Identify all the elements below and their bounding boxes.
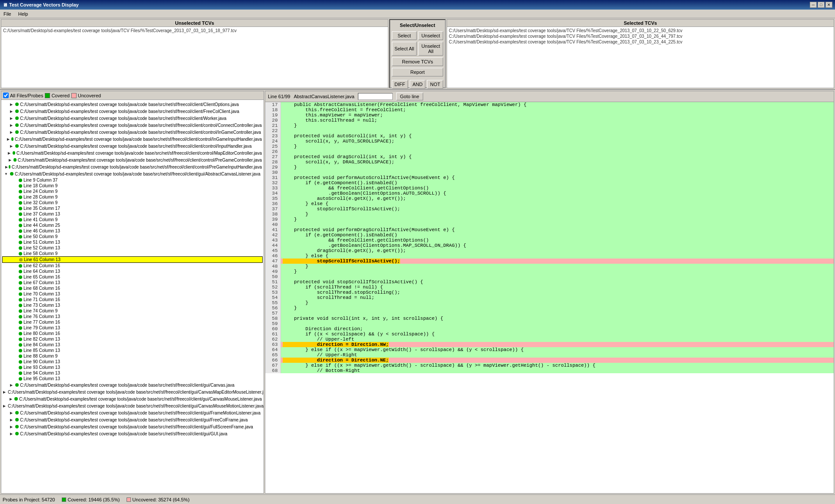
close-button[interactable]: ✕	[825, 2, 832, 8]
tree-item[interactable]: Line 51 Column 13	[2, 239, 263, 245]
tree-item[interactable]: Line 71 Column 16	[2, 297, 263, 302]
and-button[interactable]: AND	[410, 80, 426, 89]
select-all-button[interactable]: Select All	[392, 42, 417, 56]
goto-button[interactable]: Goto line	[396, 93, 423, 100]
tree-item[interactable]: Line 64 Column 13	[2, 269, 263, 274]
collapse-icon[interactable]: ▶	[8, 129, 14, 135]
tree-item[interactable]: Line 62 Column 16	[2, 263, 263, 269]
collapse-icon[interactable]: ▶	[8, 108, 14, 114]
tree-item[interactable]: Line 90 Column 13	[2, 359, 263, 365]
collapse-icon[interactable]: ▶	[8, 122, 14, 128]
not-button[interactable]: NOT	[427, 80, 443, 89]
tree-item[interactable]: ▶C:/Users/matt/Desktop/sd-examples/test …	[2, 115, 263, 122]
expand-icon[interactable]: ▼	[3, 171, 9, 177]
collapse-icon[interactable]: ▶	[8, 424, 14, 430]
tree-item[interactable]: ▶C:/Users/matt/Desktop/sd-examples/test …	[2, 129, 263, 136]
tree-item[interactable]: ▶C:/Users/matt/Desktop/sd-examples/test …	[2, 108, 263, 115]
tree-item[interactable]: Line 80 Column 16	[2, 331, 263, 336]
tree-item[interactable]: Line 61 Column 13	[2, 256, 263, 263]
tree-item[interactable]: Line 77 Column 16	[2, 319, 263, 325]
tree-item[interactable]: Line 52 Column 13	[2, 245, 263, 251]
minimize-button[interactable]: ─	[810, 2, 817, 8]
collapse-icon[interactable]: ▶	[8, 115, 14, 121]
all-files-checkbox[interactable]	[3, 93, 9, 98]
select-button[interactable]: Select	[392, 31, 417, 40]
collapse-icon[interactable]: ▶	[7, 157, 13, 163]
all-files-filter[interactable]: All Files/Probes	[3, 93, 43, 98]
line-content: }	[281, 300, 834, 305]
unselected-item[interactable]: C:/Users/matt/Desktop/sd-examples/test c…	[2, 28, 387, 33]
tree-item[interactable]: ▶C:/Users/matt/Desktop/sd-examples/test …	[2, 402, 263, 409]
selected-item[interactable]: C:/Users/matt/Desktop/sd-examples/test c…	[448, 28, 833, 33]
tree-item[interactable]: Line 73 Column 13	[2, 302, 263, 308]
tree-item[interactable]: ▶C:/Users/matt/Desktop/sd-examples/test …	[2, 395, 263, 402]
tree-item[interactable]: Line 44 Column 25	[2, 222, 263, 228]
tree-item[interactable]: Line 79 Column 13	[2, 325, 263, 331]
maximize-button[interactable]: □	[818, 2, 825, 8]
report-button[interactable]: Report	[392, 68, 443, 76]
unselect-button[interactable]: Unselect	[418, 31, 443, 40]
tree-item[interactable]: ▶C:/Users/matt/Desktop/sd-examples/test …	[2, 416, 263, 423]
collapse-icon[interactable]: ▶	[8, 382, 14, 388]
tree-item[interactable]: Line 82 Column 13	[2, 336, 263, 342]
tree-item[interactable]: ▶C:/Users/matt/Desktop/sd-examples/test …	[2, 388, 263, 395]
collapse-icon[interactable]: ▶	[8, 101, 14, 107]
menu-help[interactable]: Help	[17, 11, 30, 17]
collapse-icon[interactable]: ▶	[8, 396, 13, 402]
collapse-icon[interactable]: ▶	[7, 150, 12, 156]
uncovered-filter[interactable]: Uncovered	[71, 93, 101, 98]
tree-item[interactable]: Line 35 Column 17	[2, 206, 263, 211]
tree-item[interactable]: Line 41 Column 9	[2, 217, 263, 222]
tree-item[interactable]: ▼C:/Users/matt/Desktop/sd-examples/test …	[2, 170, 263, 177]
goto-input[interactable]	[358, 93, 393, 100]
tree-item[interactable]: ▶C:/Users/matt/Desktop/sd-examples/test …	[2, 430, 263, 437]
tree-item[interactable]: Line 67 Column 13	[2, 280, 263, 285]
tree-item[interactable]: Line 58 Column 9	[2, 251, 263, 256]
tree-item[interactable]: ▶C:/Users/matt/Desktop/sd-examples/test …	[2, 143, 263, 149]
tree-item[interactable]: ▶C:/Users/matt/Desktop/sd-examples/test …	[2, 163, 263, 170]
tree-item[interactable]: ▶C:/Users/matt/Desktop/sd-examples/test …	[2, 423, 263, 430]
tree-item[interactable]: Line 93 Column 13	[2, 365, 263, 370]
collapse-icon[interactable]: ▶	[7, 136, 10, 142]
tree-item[interactable]: Line 95 Column 13	[2, 376, 263, 381]
tree-item[interactable]: ▶C:/Users/matt/Desktop/sd-examples/test …	[2, 149, 263, 156]
tree-item[interactable]: Line 94 Column 13	[2, 370, 263, 376]
tree-item[interactable]: Line 65 Column 16	[2, 274, 263, 280]
tree-item[interactable]: Line 68 Column 16	[2, 285, 263, 291]
collapse-icon[interactable]: ▶	[8, 417, 14, 423]
tree-item[interactable]: Line 24 Column 9	[2, 189, 263, 194]
tree-item[interactable]: Line 28 Column 9	[2, 194, 263, 200]
tree-item[interactable]: ▶C:/Users/matt/Desktop/sd-examples/test …	[2, 136, 263, 143]
unselect-all-button[interactable]: Unselect All	[418, 42, 443, 56]
tree-item[interactable]: Line 85 Column 13	[2, 348, 263, 353]
tree-item[interactable]: Line 32 Column 9	[2, 200, 263, 206]
tree-item[interactable]: ▶C:/Users/matt/Desktop/sd-examples/test …	[2, 381, 263, 388]
selected-item[interactable]: C:/Users/matt/Desktop/sd-examples/test c…	[448, 39, 833, 45]
menu-file[interactable]: File	[2, 11, 13, 17]
collapse-icon[interactable]: ▶	[8, 431, 14, 437]
collapse-icon[interactable]: ▶	[3, 403, 6, 409]
tree-item[interactable]: Line 37 Column 13	[2, 211, 263, 217]
tree-item[interactable]: Line 76 Column 13	[2, 314, 263, 319]
tree-item[interactable]: Line 84 Column 13	[2, 342, 263, 348]
collapse-icon[interactable]: ▶	[5, 164, 8, 170]
line-number: 19	[265, 113, 281, 118]
collapse-icon[interactable]: ▶	[8, 143, 14, 149]
tree-item[interactable]: Line 50 Column 9	[2, 234, 263, 239]
tree-item[interactable]: ▶C:/Users/matt/Desktop/sd-examples/test …	[2, 156, 263, 163]
selected-item[interactable]: C:/Users/matt/Desktop/sd-examples/test c…	[448, 33, 833, 39]
tree-item[interactable]: ▶C:/Users/matt/Desktop/sd-examples/test …	[2, 101, 263, 108]
collapse-icon[interactable]: ▶	[8, 410, 14, 416]
tree-item[interactable]: Line 88 Column 9	[2, 353, 263, 359]
tree-item[interactable]: ▶C:/Users/matt/Desktop/sd-examples/test …	[2, 122, 263, 129]
tree-item[interactable]: Line 18 Column 9	[2, 183, 263, 189]
tree-item[interactable]: ▶C:/Users/matt/Desktop/sd-examples/test …	[2, 409, 263, 416]
covered-filter[interactable]: Covered	[45, 93, 70, 98]
remove-tcvs-button[interactable]: Remove TCVs	[392, 57, 443, 66]
tree-item[interactable]: Line 70 Column 13	[2, 291, 263, 297]
collapse-icon[interactable]: ▶	[3, 389, 6, 395]
tree-item[interactable]: Line 74 Column 9	[2, 308, 263, 314]
tree-item[interactable]: Line 46 Column 13	[2, 228, 263, 234]
diff-button[interactable]: DIFF	[392, 80, 408, 89]
tree-item[interactable]: Line 9 Column 37	[2, 177, 263, 183]
